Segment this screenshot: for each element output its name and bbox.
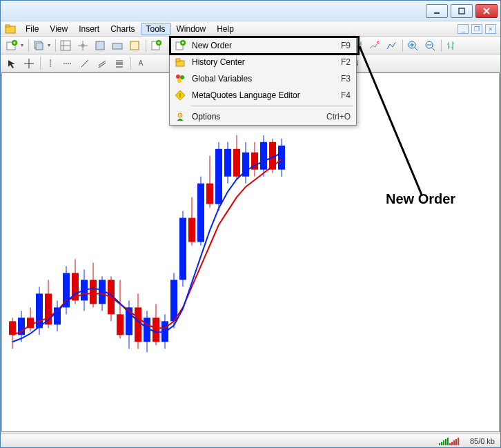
svg-rect-1 — [459, 8, 464, 14]
svg-rect-96 — [197, 184, 204, 242]
window-minimize-button[interactable] — [426, 4, 448, 18]
statusbar: 85/0 kb — [1, 434, 500, 447]
profiles-button[interactable] — [30, 38, 47, 53]
connection-bars-icon — [439, 437, 459, 445]
titlebar — [1, 1, 500, 21]
app-icon — [3, 23, 17, 35]
svg-rect-92 — [179, 218, 186, 280]
new-order-button[interactable] — [148, 38, 164, 53]
menu-item-options[interactable]: Options Ctrl+O — [170, 108, 356, 125]
svg-rect-98 — [206, 184, 213, 204]
new-chart-button[interactable] — [3, 38, 20, 53]
svg-rect-114 — [278, 146, 285, 170]
menu-label: New Order — [192, 41, 341, 50]
svg-rect-86 — [153, 318, 159, 342]
vertical-line-button[interactable] — [42, 56, 59, 71]
dropdown-arrow-icon[interactable]: ▾ — [21, 42, 26, 48]
text-button[interactable]: A — [132, 56, 149, 71]
menu-shortcut: F9 — [341, 41, 351, 50]
mdi-restore-button[interactable]: ❐ — [471, 24, 482, 34]
mql-icon: ! — [173, 88, 188, 102]
menu-insert[interactable]: Insert — [73, 23, 105, 35]
svg-rect-110 — [260, 142, 267, 170]
zoom-out-button[interactable] — [422, 38, 438, 53]
svg-rect-102 — [224, 149, 231, 177]
menu-item-global-variables[interactable]: Global Variables F3 — [170, 70, 356, 87]
menu-item-history-center[interactable]: History Center F2 — [170, 54, 356, 70]
mdi-close-button[interactable]: × — [485, 24, 496, 34]
svg-point-126 — [178, 113, 182, 117]
tools-dropdown: New Order F9 History Center F2 Global Va… — [169, 37, 357, 126]
svg-line-46 — [81, 60, 88, 67]
svg-rect-100 — [215, 149, 222, 204]
terminal-button[interactable] — [109, 38, 126, 53]
bar-chart-button[interactable] — [443, 38, 460, 53]
menu-tools[interactable]: Tools — [141, 23, 171, 35]
svg-rect-104 — [233, 149, 240, 177]
svg-rect-54 — [9, 321, 16, 335]
mdi-minimize-button[interactable]: _ — [458, 24, 469, 34]
menu-shortcut: Ctrl+O — [326, 112, 351, 121]
data-window-button[interactable] — [92, 38, 108, 53]
svg-point-121 — [176, 75, 180, 79]
history-icon — [173, 55, 188, 69]
menu-item-new-order[interactable]: New Order F9 — [170, 37, 356, 54]
svg-rect-78 — [117, 314, 124, 335]
horizontal-line-button[interactable] — [59, 56, 76, 71]
svg-point-122 — [180, 75, 184, 79]
svg-marker-41 — [8, 60, 15, 68]
menu-shortcut: F4 — [341, 90, 351, 100]
channel-button[interactable] — [94, 56, 110, 71]
new-order-icon — [173, 39, 188, 52]
chart-area[interactable] — [1, 72, 500, 432]
menu-shortcut: F2 — [341, 57, 351, 67]
chart-shift-button[interactable] — [366, 38, 382, 53]
menu-label: History Center — [192, 57, 341, 67]
menu-charts[interactable]: Charts — [105, 23, 140, 35]
svg-rect-60 — [36, 293, 43, 328]
connection-status: 85/0 kb — [470, 437, 495, 445]
svg-rect-94 — [188, 218, 195, 242]
fibonacci-button[interactable] — [111, 56, 128, 71]
menu-label: Global Variables — [192, 74, 341, 84]
trendline-button[interactable] — [77, 56, 93, 71]
text-label: A — [136, 59, 146, 67]
svg-rect-82 — [135, 307, 141, 342]
menu-item-mql-editor[interactable]: ! MetaQuotes Language Editor F4 — [170, 87, 356, 104]
mdi-buttons: _ ❐ × — [458, 24, 500, 34]
svg-rect-18 — [96, 41, 104, 50]
annotation-label: New Order — [386, 191, 455, 207]
cursor-button[interactable] — [3, 56, 20, 71]
svg-text:!: ! — [179, 92, 181, 99]
market-watch-button[interactable] — [57, 38, 74, 53]
menu-label: Options — [192, 112, 326, 121]
menu-view[interactable]: View — [44, 23, 73, 35]
strategy-tester-button[interactable] — [126, 38, 143, 53]
svg-line-33 — [432, 48, 435, 50]
menu-label: MetaQuotes Language Editor — [192, 90, 341, 100]
dropdown-arrow-icon[interactable]: ▾ — [48, 42, 53, 48]
menu-window[interactable]: Window — [171, 23, 212, 35]
indicators-button[interactable] — [383, 38, 400, 53]
globals-icon — [173, 72, 188, 86]
window-close-button[interactable] — [475, 4, 498, 18]
menu-shortcut: F3 — [341, 74, 351, 84]
options-icon — [173, 110, 188, 124]
window-maximize-button[interactable] — [451, 4, 473, 18]
menu-help[interactable]: Help — [211, 23, 239, 35]
svg-rect-19 — [112, 43, 122, 49]
svg-rect-120 — [176, 59, 180, 61]
svg-rect-20 — [130, 41, 139, 50]
navigator-button[interactable] — [75, 38, 91, 53]
menubar: File View Insert Charts Tools Window Hel… — [1, 21, 500, 37]
svg-rect-90 — [170, 280, 177, 321]
svg-rect-5 — [6, 25, 10, 27]
svg-rect-11 — [36, 43, 43, 50]
menu-separator — [190, 106, 353, 106]
svg-point-123 — [177, 79, 181, 83]
svg-rect-72 — [90, 280, 97, 304]
menu-file[interactable]: File — [20, 23, 44, 35]
crosshair-button[interactable] — [21, 56, 37, 71]
zoom-in-button[interactable] — [404, 38, 421, 53]
app-window: File View Insert Charts Tools Window Hel… — [0, 0, 501, 448]
